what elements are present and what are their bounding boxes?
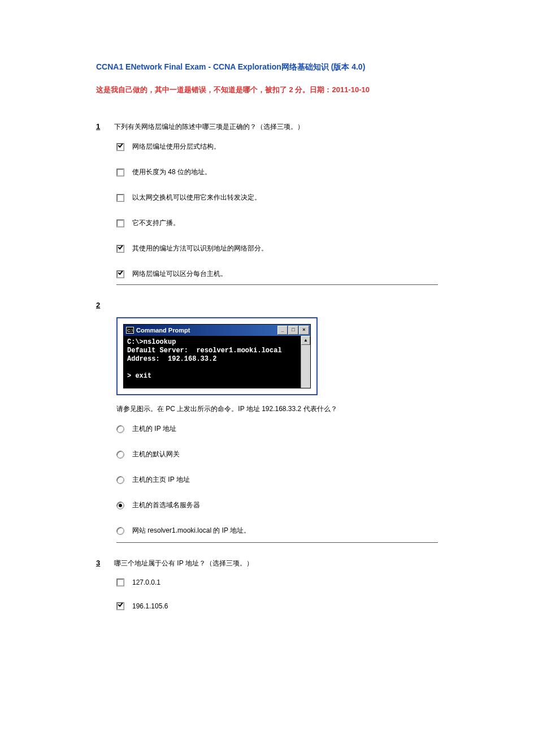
radio-icon[interactable] <box>116 451 124 459</box>
q1-option-3[interactable]: 以太网交换机可以使用它来作出转发决定。 <box>116 193 438 202</box>
question-1-text: 下列有关网络层编址的陈述中哪三项是正确的？（选择三项。） <box>114 122 304 132</box>
checkbox-icon[interactable] <box>116 578 124 586</box>
q3-option-2-label: 196.1.105.6 <box>132 602 168 610</box>
page-subtitle: 这是我自己做的，其中一道题错误，不知道是哪个，被扣了 2 分。日期：2011-1… <box>96 85 438 95</box>
minimize-icon[interactable]: _ <box>277 326 288 335</box>
checkbox-icon[interactable] <box>116 143 124 151</box>
cmd-window-title: Command Prompt <box>136 327 190 334</box>
q1-option-2-label: 使用长度为 48 位的地址。 <box>132 167 211 177</box>
question-2: 2 <box>96 301 438 309</box>
q2-option-2-label: 主机的默认网关 <box>132 450 180 459</box>
q2-option-5-label: 网站 resolver1.mooki.local 的 IP 地址。 <box>132 526 250 535</box>
radio-icon[interactable] <box>116 527 124 535</box>
question-3: 3 哪三个地址属于公有 IP 地址？（选择三项。） <box>96 559 438 568</box>
checkbox-icon[interactable] <box>116 169 124 176</box>
q3-option-1[interactable]: 127.0.0.1 <box>116 578 438 586</box>
q2-option-1-label: 主机的 IP 地址 <box>132 424 176 434</box>
q2-option-4[interactable]: 主机的首选域名服务器 <box>116 500 438 510</box>
q1-option-5[interactable]: 其使用的编址方法可以识别地址的网络部分。 <box>116 244 438 253</box>
question-2-figure: C:\ Command Prompt _ □ × C:\>nslookup De… <box>116 317 438 535</box>
q2-option-1[interactable]: 主机的 IP 地址 <box>116 424 438 434</box>
q1-option-5-label: 其使用的编址方法可以识别地址的网络部分。 <box>132 244 268 253</box>
q2-option-3-label: 主机的主页 IP 地址 <box>132 475 190 485</box>
checkbox-icon[interactable] <box>116 245 124 253</box>
checkbox-icon[interactable] <box>116 602 124 610</box>
cmd-output: C:\>nslookup Default Server: resolver1.m… <box>124 336 301 388</box>
q2-option-5[interactable]: 网站 resolver1.mooki.local 的 IP 地址。 <box>116 526 438 535</box>
q1-option-1[interactable]: 网络层编址使用分层式结构。 <box>116 142 438 152</box>
cmd-prompt-figure: C:\ Command Prompt _ □ × C:\>nslookup De… <box>116 317 318 395</box>
question-1-options: 网络层编址使用分层式结构。 使用长度为 48 位的地址。 以太网交换机可以使用它… <box>116 142 438 279</box>
question-3-text: 哪三个地址属于公有 IP 地址？（选择三项。） <box>114 559 253 568</box>
question-3-options: 127.0.0.1 196.1.105.6 <box>116 578 438 610</box>
cmd-window: C:\ Command Prompt _ □ × C:\>nslookup De… <box>123 324 311 388</box>
q2-option-4-label: 主机的首选域名服务器 <box>132 500 200 510</box>
divider <box>116 542 438 543</box>
scroll-up-icon[interactable]: ▲ <box>301 336 310 345</box>
radio-icon[interactable] <box>116 476 124 484</box>
q1-option-4-label: 它不支持广播。 <box>132 218 180 228</box>
q1-option-1-label: 网络层编址使用分层式结构。 <box>132 142 220 152</box>
radio-icon[interactable] <box>116 502 124 509</box>
q1-option-2[interactable]: 使用长度为 48 位的地址。 <box>116 167 438 177</box>
checkbox-icon[interactable] <box>116 270 124 278</box>
q1-option-6[interactable]: 网络层编址可以区分每台主机。 <box>116 269 438 279</box>
maximize-icon[interactable]: □ <box>288 326 298 335</box>
q1-option-3-label: 以太网交换机可以使用它来作出转发决定。 <box>132 193 261 202</box>
q2-option-3[interactable]: 主机的主页 IP 地址 <box>116 475 438 485</box>
question-2-text: 请参见图示。在 PC 上发出所示的命令。IP 地址 192.168.33.2 代… <box>116 404 438 414</box>
cmd-titlebar: C:\ Command Prompt _ □ × <box>124 325 310 336</box>
q1-option-6-label: 网络层编址可以区分每台主机。 <box>132 269 227 279</box>
q3-option-1-label: 127.0.0.1 <box>132 578 160 586</box>
close-icon[interactable]: × <box>299 326 309 335</box>
checkbox-icon[interactable] <box>116 219 124 227</box>
question-3-number: 3 <box>96 559 105 567</box>
divider <box>116 284 438 285</box>
q1-option-4[interactable]: 它不支持广播。 <box>116 218 438 228</box>
question-2-number: 2 <box>96 301 105 309</box>
question-1: 1 下列有关网络层编址的陈述中哪三项是正确的？（选择三项。） <box>96 122 438 132</box>
radio-icon[interactable] <box>116 425 124 433</box>
scrollbar[interactable]: ▲ <box>301 336 310 388</box>
cmd-body-wrap: C:\>nslookup Default Server: resolver1.m… <box>124 336 310 388</box>
q3-option-2[interactable]: 196.1.105.6 <box>116 602 438 610</box>
question-1-number: 1 <box>96 122 105 131</box>
page: CCNA1 ENetwork Final Exam - CCNA Explora… <box>0 0 534 756</box>
q2-option-2[interactable]: 主机的默认网关 <box>116 450 438 459</box>
checkbox-icon[interactable] <box>116 194 124 202</box>
page-title: CCNA1 ENetwork Final Exam - CCNA Explora… <box>96 62 438 72</box>
cmd-icon: C:\ <box>126 327 134 334</box>
window-buttons: _ □ × <box>277 326 309 335</box>
